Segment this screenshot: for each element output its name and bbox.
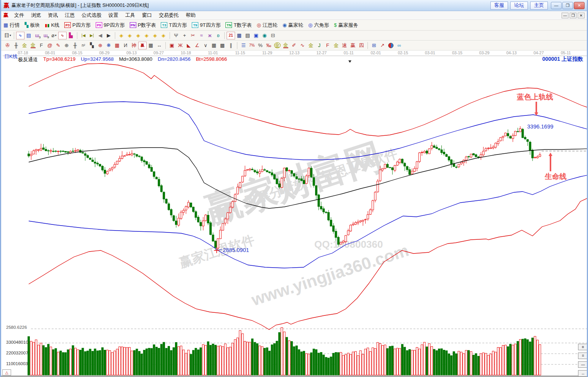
pinwheel-tool[interactable]: ✇ bbox=[3, 42, 12, 49]
scale-compress3-button[interactable]: ≡ bbox=[578, 344, 588, 350]
menu-item-4[interactable]: 公式选股 bbox=[78, 11, 105, 20]
grid123-tool[interactable]: ▦ bbox=[147, 42, 155, 49]
menu-item-9[interactable]: 帮助 bbox=[182, 11, 199, 20]
menu-item-3[interactable]: 江恩 bbox=[61, 11, 78, 20]
gold-line-tool[interactable]: 金 bbox=[281, 42, 290, 49]
red-target-tool[interactable]: ⊕ bbox=[96, 42, 105, 49]
menu-item-1[interactable]: 浏览 bbox=[28, 11, 44, 20]
diamond-all-button[interactable]: ◈ bbox=[159, 32, 168, 39]
bottom-scroll-strip[interactable] bbox=[1, 375, 587, 377]
bars-9-button[interactable]: ш9 bbox=[41, 32, 50, 39]
info-panel-button[interactable]: ▤ bbox=[24, 32, 33, 39]
menu-item-8[interactable]: 交易委托 bbox=[155, 11, 182, 20]
kline-period-label[interactable]: 日K线 bbox=[4, 53, 18, 60]
minimize-button[interactable]: — bbox=[551, 2, 562, 9]
menu-item-0[interactable]: 文件 bbox=[11, 11, 28, 20]
diamond-hexpand-button[interactable]: ◈ bbox=[134, 32, 142, 39]
first-bar-button[interactable]: |◀ bbox=[79, 32, 88, 39]
calendar-21-button[interactable]: 21 bbox=[227, 32, 235, 39]
ying-box-tool[interactable]: 赢 bbox=[138, 42, 147, 49]
fibonacci-tool[interactable]: F bbox=[37, 42, 46, 49]
brush-tool[interactable]: ✎ bbox=[54, 42, 62, 49]
grid-b-tool[interactable]: ▩ bbox=[218, 42, 227, 49]
menu-item-7[interactable]: 窗口 bbox=[139, 11, 155, 20]
p-square-button[interactable]: P3P四方形 bbox=[64, 22, 91, 29]
printer-button[interactable]: ⊟ bbox=[269, 32, 277, 39]
permille-tool[interactable]: ‰ bbox=[265, 42, 273, 49]
n2-tool[interactable]: n² bbox=[79, 42, 88, 49]
menu-item-6[interactable]: 工具 bbox=[122, 11, 139, 20]
vee-tool[interactable]: ∨ bbox=[201, 42, 210, 49]
j-angle-tool[interactable]: J bbox=[315, 42, 323, 49]
spiral-tool[interactable]: @ bbox=[46, 42, 54, 49]
scale-compress1-button[interactable]: — bbox=[578, 361, 588, 368]
corner-fan-tool[interactable]: ◣ bbox=[185, 42, 193, 49]
menu-item-5[interactable]: 设置 bbox=[105, 11, 122, 20]
cut-button[interactable]: ✂ bbox=[189, 32, 197, 39]
menu-item-2[interactable]: 资讯 bbox=[44, 11, 61, 20]
gold-ruler-tool[interactable]: 金 bbox=[20, 42, 29, 49]
wave-band-tool[interactable]: ∿ bbox=[298, 42, 307, 49]
infinity-tool[interactable]: ∞ bbox=[395, 42, 403, 49]
span-tool[interactable]: ↔ bbox=[155, 42, 163, 49]
child-restore-button[interactable]: ❐ bbox=[570, 13, 577, 18]
pan-hand-button[interactable]: Ψ bbox=[172, 32, 180, 39]
diamond-vexpand-button[interactable]: ◈ bbox=[151, 32, 159, 39]
diamond-right-button[interactable]: ◈ bbox=[126, 32, 134, 39]
child-close-button[interactable]: ✕ bbox=[578, 13, 585, 18]
t9-square-button[interactable]: T99T四方形 bbox=[192, 22, 220, 29]
notes-button[interactable]: ▤ bbox=[243, 32, 252, 39]
fan-lines-tool[interactable]: Ж bbox=[176, 42, 185, 49]
shen-tool[interactable]: 神 bbox=[130, 42, 138, 49]
winner-service-button[interactable]: $赢家服务 bbox=[334, 22, 358, 29]
next-bar-button[interactable]: ▶ bbox=[105, 32, 113, 39]
prev-bar-button[interactable]: ◀ bbox=[96, 32, 105, 39]
red-channel-button[interactable]: ∿ bbox=[58, 32, 67, 39]
angle-tool[interactable]: ∠ bbox=[193, 42, 201, 49]
box-fan-tool[interactable]: ▣ bbox=[168, 42, 176, 49]
histogram-button[interactable]: ▙ bbox=[67, 32, 75, 39]
ying-line-tool[interactable]: 赢 bbox=[349, 42, 357, 49]
quotes-button[interactable]: ▦行情 bbox=[3, 22, 20, 29]
capsule-button[interactable]: ⌀▾ bbox=[50, 32, 58, 39]
t-square-button[interactable]: T3T四方形 bbox=[161, 22, 187, 29]
parallel-tool[interactable]: ∥ bbox=[227, 42, 235, 49]
restore-button[interactable]: ❐ bbox=[562, 2, 573, 9]
close-button[interactable]: ✕ bbox=[574, 2, 585, 9]
hexagon-button[interactable]: ◎六角形 bbox=[308, 22, 329, 29]
dial-tool[interactable]: ⊕ bbox=[62, 42, 71, 49]
su-line-tool[interactable]: 速 bbox=[340, 42, 349, 49]
ribbon-button[interactable]: ж bbox=[206, 32, 214, 39]
tick-ruler-tool[interactable]: ╫ bbox=[12, 42, 20, 49]
wave-measure-button[interactable]: ≈ bbox=[197, 32, 206, 39]
gold-circle-tool[interactable]: 金 bbox=[273, 42, 281, 49]
web-grid-tool[interactable]: ▦ bbox=[113, 42, 121, 49]
volume-triangle-button[interactable]: △ bbox=[2, 369, 11, 375]
percent7-tool[interactable]: 7% bbox=[248, 42, 256, 49]
bars-3-button[interactable]: ш3 bbox=[33, 32, 41, 39]
star-grid-tool[interactable]: ❋ bbox=[105, 42, 113, 49]
p9-square-button[interactable]: P99P四方形 bbox=[96, 22, 125, 29]
trend-axis-tool[interactable]: ↗ bbox=[378, 42, 387, 49]
p-number-table-button[interactable]: PNP数字表 bbox=[130, 22, 156, 29]
grid-a-tool[interactable]: ▦ bbox=[210, 42, 218, 49]
instrument-label[interactable]: 000001 上证指数 bbox=[542, 56, 583, 63]
sectors-button[interactable]: ▚板块 bbox=[24, 22, 40, 29]
gold-angle-tool[interactable]: 金 bbox=[332, 42, 340, 49]
gold-slash-tool[interactable]: 金 bbox=[307, 42, 315, 49]
calculator-button[interactable]: ▦ bbox=[235, 32, 243, 39]
t-number-table-button[interactable]: TNT数字表 bbox=[225, 22, 252, 29]
yellow-grid-tool[interactable]: ⊞ bbox=[370, 42, 378, 49]
gann-wheel-button[interactable]: ◎江恩轮 bbox=[256, 22, 277, 29]
f-angle-tool[interactable]: F bbox=[323, 42, 332, 49]
hash-tool[interactable]: ╫ bbox=[71, 42, 79, 49]
chart-period-button[interactable]: 日▾ bbox=[3, 32, 12, 39]
winner-wheel-button[interactable]: ◉赢家轮 bbox=[283, 22, 303, 29]
kline-button[interactable]: ▮▮K线 bbox=[45, 22, 59, 29]
brain-button[interactable]: ʚ bbox=[214, 32, 222, 39]
service-button[interactable]: 客服 bbox=[490, 2, 508, 10]
crosshair-button[interactable]: + bbox=[180, 32, 189, 39]
forum-button[interactable]: 论坛 bbox=[510, 2, 528, 10]
zigzag-tool[interactable]: И bbox=[121, 42, 130, 49]
last-bar-button[interactable]: ▶| bbox=[88, 32, 96, 39]
